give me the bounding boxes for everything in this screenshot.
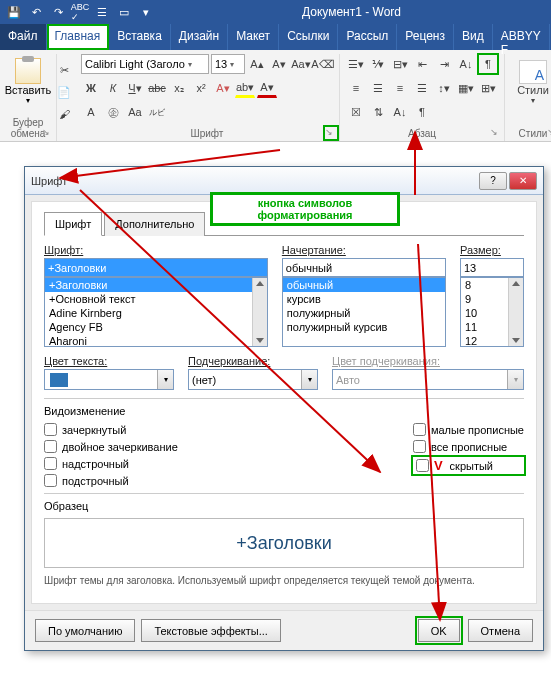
para-marks-icon[interactable]: ¶ (412, 102, 432, 122)
group-clipboard: Вставить ▾ ✂ 📄 🖌 Буфер обмена ↘ (0, 54, 57, 141)
sort-icon[interactable]: A↓ (456, 54, 476, 74)
para-x2-icon[interactable]: ⇅ (368, 102, 388, 122)
italic-icon[interactable]: К (103, 78, 123, 98)
styles-label: Стили (517, 84, 549, 96)
tab-links[interactable]: Ссылки (279, 24, 338, 50)
font-name-combo[interactable]: Calibri Light (Заголо▾ (81, 54, 209, 74)
ribbon-tabs: Файл Главная Вставка Дизайн Макет Ссылки… (0, 24, 551, 50)
shrink-font-icon[interactable]: A▾ (269, 54, 289, 74)
clear-fmt-icon[interactable]: A⌫ (313, 54, 333, 74)
justify-icon[interactable]: ☰ (412, 78, 432, 98)
highlight-icon[interactable]: ab▾ (235, 78, 255, 98)
ribbon: Вставить ▾ ✂ 📄 🖌 Буфер обмена ↘ Calibri … (0, 50, 551, 142)
multilevel-icon[interactable]: ⊟▾ (390, 54, 410, 74)
ruler-icon[interactable]: ▭ (114, 2, 134, 22)
font-size-value: 13 (215, 58, 227, 70)
tab-abbyy1[interactable]: ABBYY F (493, 24, 550, 50)
dropdown-icon[interactable]: ▾ (136, 2, 156, 22)
group-styles-label: Стили (511, 126, 551, 141)
styles-launcher-icon[interactable]: ↘ (547, 127, 551, 139)
para-launcher-icon[interactable]: ↘ (490, 127, 502, 139)
spell-icon[interactable]: ABC✓ (70, 2, 90, 22)
bullets-icon[interactable]: ☰▾ (346, 54, 366, 74)
group-font: Calibri Light (Заголо▾ 13▾ A▴ A▾ Aa▾ A⌫ … (57, 54, 340, 141)
para-sort-icon[interactable]: A↓ (390, 102, 410, 122)
line-spacing-icon[interactable]: ↕▾ (434, 78, 454, 98)
inc-indent-icon[interactable]: ⇥ (434, 54, 454, 74)
paste-button[interactable]: Вставить ▾ (6, 54, 50, 105)
tab-layout[interactable]: Макет (228, 24, 279, 50)
styles-button[interactable]: Стили ▾ (511, 54, 551, 105)
group-styles: Стили ▾ Стили ↘ (505, 54, 551, 141)
phonetic-icon[interactable]: ルビ (147, 102, 167, 122)
styles-icon (519, 60, 547, 84)
touch-icon[interactable]: ☰ (92, 2, 112, 22)
group-para-label: Абзац (346, 126, 498, 141)
fontcolor-icon[interactable]: A▾ (257, 78, 277, 98)
underline-icon[interactable]: Ч▾ (125, 78, 145, 98)
font-name-value: Calibri Light (Заголо (85, 58, 185, 70)
tab-design[interactable]: Дизайн (171, 24, 228, 50)
redo-icon[interactable]: ↷ (48, 2, 68, 22)
titlebar: 💾 ↶ ↷ ABC✓ ☰ ▭ ▾ Документ1 - Word (0, 0, 551, 24)
bold-icon[interactable]: Ж (81, 78, 101, 98)
texteffect-icon[interactable]: A▾ (213, 78, 233, 98)
tab-review[interactable]: Реценз (397, 24, 454, 50)
document-title: Документ1 - Word (156, 5, 547, 19)
case-icon[interactable]: Aa▾ (291, 54, 311, 74)
borders-icon[interactable]: ⊞▾ (478, 78, 498, 98)
align-left-icon[interactable]: ≡ (346, 78, 366, 98)
superscript-icon[interactable]: x² (191, 78, 211, 98)
char-shading-icon[interactable]: A (81, 102, 101, 122)
grow-font-icon[interactable]: A▴ (247, 54, 267, 74)
para-x1-icon[interactable]: ☒ (346, 102, 366, 122)
tab-file[interactable]: Файл (0, 24, 47, 50)
quick-access-toolbar: 💾 ↶ ↷ ABC✓ ☰ ▭ ▾ (4, 2, 156, 22)
undo-icon[interactable]: ↶ (26, 2, 46, 22)
font-launcher-icon[interactable]: ↘ (325, 127, 337, 139)
clipboard-launcher-icon[interactable]: ↘ (42, 127, 54, 139)
save-icon[interactable]: 💾 (4, 2, 24, 22)
char-border-icon[interactable]: Aa (125, 102, 145, 122)
align-center-icon[interactable]: ☰ (368, 78, 388, 98)
strike-icon[interactable]: abc (147, 78, 167, 98)
numbering-icon[interactable]: ⅟▾ (368, 54, 388, 74)
tab-mail[interactable]: Рассыл (338, 24, 397, 50)
paste-label: Вставить (5, 84, 52, 96)
group-paragraph: ☰▾ ⅟▾ ⊟▾ ⇤ ⇥ A↓ ¶ ≡ ☰ ≡ ☰ ↕▾ ▦▾ ⊞▾ ☒ ⇅ A… (340, 54, 505, 141)
enclose-icon[interactable]: ㊭ (103, 102, 123, 122)
dec-indent-icon[interactable]: ⇤ (412, 54, 432, 74)
group-font-label: Шрифт (81, 126, 333, 141)
align-right-icon[interactable]: ≡ (390, 78, 410, 98)
paste-icon (15, 58, 41, 84)
tab-home[interactable]: Главная (47, 24, 110, 50)
shading-icon[interactable]: ▦▾ (456, 78, 476, 98)
subscript-icon[interactable]: x₂ (169, 78, 189, 98)
tab-view[interactable]: Вид (454, 24, 493, 50)
font-size-combo[interactable]: 13▾ (211, 54, 245, 74)
tab-insert[interactable]: Вставка (109, 24, 171, 50)
show-marks-icon[interactable]: ¶ (478, 54, 498, 74)
